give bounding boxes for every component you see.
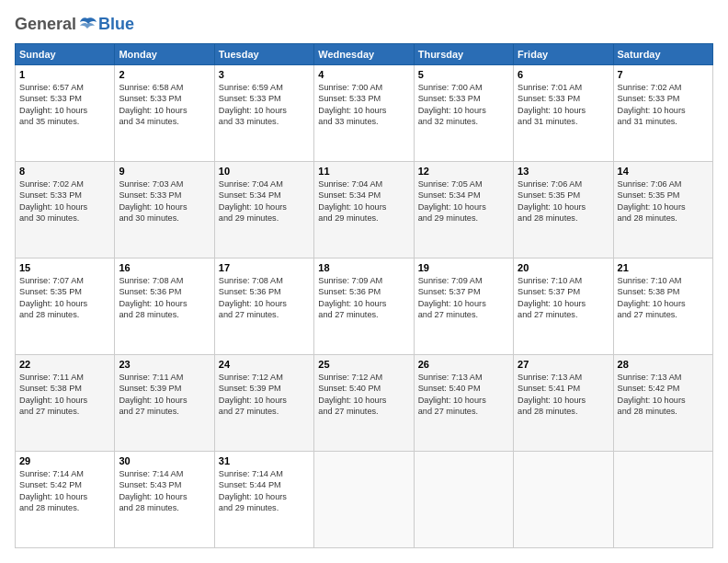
calendar-day-header: Thursday [414, 44, 513, 65]
day-number: 26 [418, 359, 509, 370]
day-info: Sunrise: 7:14 AM Sunset: 5:44 PM Dayligh… [219, 468, 310, 514]
calendar-cell [414, 452, 513, 548]
day-number: 3 [219, 69, 310, 80]
calendar-table: SundayMondayTuesdayWednesdayThursdayFrid… [15, 43, 713, 548]
calendar-cell: 14 Sunrise: 7:06 AM Sunset: 5:35 PM Dayl… [613, 162, 712, 259]
day-info: Sunrise: 7:09 AM Sunset: 5:36 PM Dayligh… [318, 275, 409, 321]
day-number: 6 [518, 69, 609, 80]
day-number: 14 [618, 166, 709, 177]
day-number: 13 [518, 166, 609, 177]
header: General Blue [15, 15, 713, 34]
calendar-cell: 23 Sunrise: 7:11 AM Sunset: 5:39 PM Dayl… [115, 355, 214, 452]
calendar-cell: 28 Sunrise: 7:13 AM Sunset: 5:42 PM Dayl… [613, 355, 712, 452]
day-info: Sunrise: 7:12 AM Sunset: 5:40 PM Dayligh… [318, 372, 409, 418]
day-number: 11 [318, 166, 409, 177]
day-info: Sunrise: 7:12 AM Sunset: 5:39 PM Dayligh… [219, 372, 310, 418]
calendar-cell: 13 Sunrise: 7:06 AM Sunset: 5:35 PM Dayl… [514, 162, 613, 259]
calendar-cell: 31 Sunrise: 7:14 AM Sunset: 5:44 PM Dayl… [214, 452, 313, 548]
calendar-cell: 8 Sunrise: 7:02 AM Sunset: 5:33 PM Dayli… [16, 162, 115, 259]
logo-blue: Blue [98, 15, 134, 34]
day-number: 16 [119, 262, 210, 273]
day-info: Sunrise: 7:02 AM Sunset: 5:33 PM Dayligh… [618, 82, 709, 128]
calendar-cell: 26 Sunrise: 7:13 AM Sunset: 5:40 PM Dayl… [414, 355, 513, 452]
calendar-cell: 20 Sunrise: 7:10 AM Sunset: 5:37 PM Dayl… [514, 259, 613, 355]
calendar-cell: 18 Sunrise: 7:09 AM Sunset: 5:36 PM Dayl… [314, 259, 414, 355]
day-number: 20 [518, 262, 609, 273]
calendar-day-header: Friday [514, 44, 613, 65]
calendar-week-row: 29 Sunrise: 7:14 AM Sunset: 5:42 PM Dayl… [16, 452, 713, 548]
calendar-day-header: Tuesday [214, 44, 313, 65]
calendar-cell [314, 452, 414, 548]
day-number: 25 [318, 359, 409, 370]
calendar-cell: 17 Sunrise: 7:08 AM Sunset: 5:36 PM Dayl… [214, 259, 313, 355]
logo-general: General [15, 15, 76, 34]
day-info: Sunrise: 7:05 AM Sunset: 5:34 PM Dayligh… [418, 178, 509, 224]
calendar-cell: 19 Sunrise: 7:09 AM Sunset: 5:37 PM Dayl… [414, 259, 513, 355]
calendar-cell: 4 Sunrise: 7:00 AM Sunset: 5:33 PM Dayli… [314, 65, 414, 162]
page: General Blue SundayMondayTuesdayWednesda… [0, 0, 728, 563]
day-number: 12 [418, 166, 509, 177]
calendar-cell: 22 Sunrise: 7:11 AM Sunset: 5:38 PM Dayl… [16, 355, 115, 452]
calendar-week-row: 1 Sunrise: 6:57 AM Sunset: 5:33 PM Dayli… [16, 65, 713, 162]
calendar-cell: 7 Sunrise: 7:02 AM Sunset: 5:33 PM Dayli… [613, 65, 712, 162]
calendar-day-header: Wednesday [314, 44, 414, 65]
calendar-cell: 6 Sunrise: 7:01 AM Sunset: 5:33 PM Dayli… [514, 65, 613, 162]
calendar-cell [514, 452, 613, 548]
day-info: Sunrise: 7:01 AM Sunset: 5:33 PM Dayligh… [518, 82, 609, 128]
calendar-cell: 15 Sunrise: 7:07 AM Sunset: 5:35 PM Dayl… [16, 259, 115, 355]
day-info: Sunrise: 7:09 AM Sunset: 5:37 PM Dayligh… [418, 275, 509, 321]
day-number: 8 [19, 166, 110, 177]
calendar-day-header: Saturday [613, 44, 712, 65]
calendar-cell: 16 Sunrise: 7:08 AM Sunset: 5:36 PM Dayl… [115, 259, 214, 355]
calendar-cell: 27 Sunrise: 7:13 AM Sunset: 5:41 PM Dayl… [514, 355, 613, 452]
day-number: 22 [19, 359, 110, 370]
day-number: 23 [119, 359, 210, 370]
calendar-cell: 25 Sunrise: 7:12 AM Sunset: 5:40 PM Dayl… [314, 355, 414, 452]
day-info: Sunrise: 7:08 AM Sunset: 5:36 PM Dayligh… [219, 275, 310, 321]
day-info: Sunrise: 7:08 AM Sunset: 5:36 PM Dayligh… [119, 275, 210, 321]
day-info: Sunrise: 7:04 AM Sunset: 5:34 PM Dayligh… [219, 178, 310, 224]
day-number: 2 [119, 69, 210, 80]
day-info: Sunrise: 6:57 AM Sunset: 5:33 PM Dayligh… [19, 82, 110, 128]
day-number: 7 [618, 69, 709, 80]
day-info: Sunrise: 7:14 AM Sunset: 5:42 PM Dayligh… [19, 468, 110, 514]
day-number: 24 [219, 359, 310, 370]
day-number: 4 [318, 69, 409, 80]
calendar-week-row: 8 Sunrise: 7:02 AM Sunset: 5:33 PM Dayli… [16, 162, 713, 259]
calendar-day-header: Sunday [16, 44, 115, 65]
day-number: 21 [618, 262, 709, 273]
day-number: 18 [318, 262, 409, 273]
day-number: 31 [219, 455, 310, 466]
day-number: 27 [518, 359, 609, 370]
day-number: 15 [19, 262, 110, 273]
calendar-cell: 29 Sunrise: 7:14 AM Sunset: 5:42 PM Dayl… [16, 452, 115, 548]
calendar-header-row: SundayMondayTuesdayWednesdayThursdayFrid… [16, 44, 713, 65]
calendar-cell: 1 Sunrise: 6:57 AM Sunset: 5:33 PM Dayli… [16, 65, 115, 162]
day-info: Sunrise: 7:13 AM Sunset: 5:40 PM Dayligh… [418, 372, 509, 418]
day-number: 19 [418, 262, 509, 273]
day-number: 28 [618, 359, 709, 370]
day-number: 5 [418, 69, 509, 80]
calendar-cell: 10 Sunrise: 7:04 AM Sunset: 5:34 PM Dayl… [214, 162, 313, 259]
calendar-cell: 24 Sunrise: 7:12 AM Sunset: 5:39 PM Dayl… [214, 355, 313, 452]
calendar-week-row: 22 Sunrise: 7:11 AM Sunset: 5:38 PM Dayl… [16, 355, 713, 452]
day-info: Sunrise: 7:11 AM Sunset: 5:39 PM Dayligh… [119, 372, 210, 418]
day-info: Sunrise: 7:10 AM Sunset: 5:38 PM Dayligh… [618, 275, 709, 321]
calendar-cell: 3 Sunrise: 6:59 AM Sunset: 5:33 PM Dayli… [214, 65, 313, 162]
calendar-cell: 2 Sunrise: 6:58 AM Sunset: 5:33 PM Dayli… [115, 65, 214, 162]
calendar-cell: 30 Sunrise: 7:14 AM Sunset: 5:43 PM Dayl… [115, 452, 214, 548]
day-number: 17 [219, 262, 310, 273]
logo-bird-icon [77, 17, 97, 33]
day-number: 9 [119, 166, 210, 177]
day-info: Sunrise: 7:04 AM Sunset: 5:34 PM Dayligh… [318, 178, 409, 224]
day-info: Sunrise: 7:11 AM Sunset: 5:38 PM Dayligh… [19, 372, 110, 418]
day-info: Sunrise: 7:06 AM Sunset: 5:35 PM Dayligh… [518, 178, 609, 224]
day-info: Sunrise: 6:58 AM Sunset: 5:33 PM Dayligh… [119, 82, 210, 128]
day-number: 1 [19, 69, 110, 80]
day-info: Sunrise: 7:13 AM Sunset: 5:41 PM Dayligh… [518, 372, 609, 418]
day-number: 29 [19, 455, 110, 466]
day-info: Sunrise: 7:03 AM Sunset: 5:33 PM Dayligh… [119, 178, 210, 224]
logo: General Blue [15, 15, 134, 34]
calendar-cell: 12 Sunrise: 7:05 AM Sunset: 5:34 PM Dayl… [414, 162, 513, 259]
calendar-cell: 21 Sunrise: 7:10 AM Sunset: 5:38 PM Dayl… [613, 259, 712, 355]
